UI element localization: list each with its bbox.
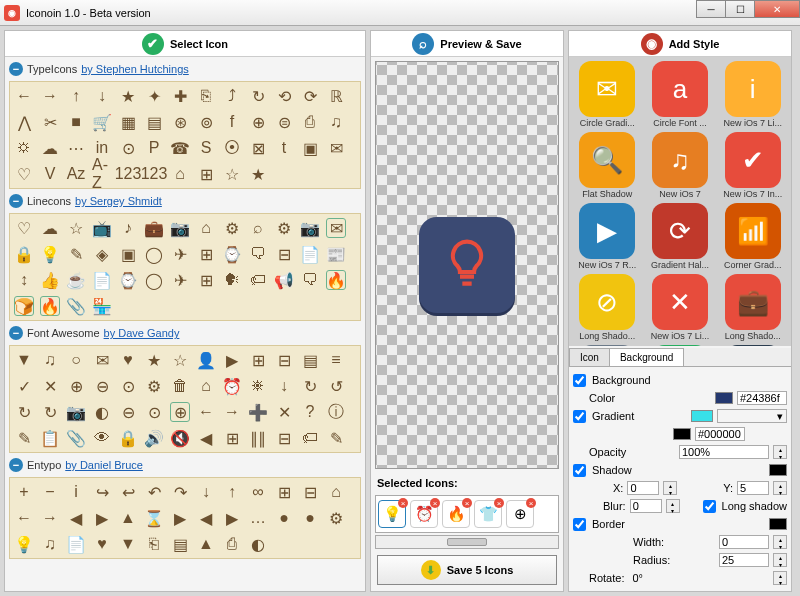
icon-glyph[interactable]: ↻ bbox=[248, 86, 268, 106]
icon-glyph[interactable]: ▶ bbox=[170, 508, 190, 528]
icon-glyph[interactable]: ♪ bbox=[118, 218, 138, 238]
selected-scrollbar[interactable] bbox=[375, 535, 559, 549]
icon-glyph[interactable]: ⚙ bbox=[222, 218, 242, 238]
icon-glyph[interactable]: ⊖ bbox=[118, 402, 138, 422]
icon-glyph[interactable]: ✓ bbox=[14, 376, 34, 396]
icon-glyph[interactable]: ☕ bbox=[66, 270, 86, 290]
icon-glyph[interactable]: ⊙ bbox=[144, 402, 164, 422]
style-preset[interactable]: ✉Circle Gradi... bbox=[573, 61, 642, 128]
icon-sets-scroll[interactable]: − TypeIcons by Stephen Hutchings ←→↑↓★✦✚… bbox=[5, 57, 365, 591]
remove-icon[interactable]: × bbox=[494, 498, 504, 508]
icon-glyph[interactable]: ■ bbox=[66, 112, 86, 132]
icon-glyph[interactable]: ↶ bbox=[144, 482, 164, 502]
icon-glyph[interactable]: ● bbox=[274, 508, 294, 528]
icon-glyph[interactable]: ◯ bbox=[144, 244, 164, 264]
icon-glyph[interactable]: ⛭ bbox=[14, 138, 34, 158]
icon-glyph[interactable]: ⊕ bbox=[66, 376, 86, 396]
icon-glyph[interactable]: 🗨 bbox=[248, 244, 268, 264]
shadow-checkbox[interactable] bbox=[573, 464, 586, 477]
collapse-button[interactable]: − bbox=[9, 194, 23, 208]
icon-glyph[interactable]: 📺 bbox=[92, 218, 112, 238]
icon-glyph[interactable]: ↪ bbox=[92, 482, 112, 502]
icon-glyph[interactable]: ☎ bbox=[170, 138, 190, 158]
icon-glyph[interactable]: ★ bbox=[118, 86, 138, 106]
icon-glyph[interactable]: ☁ bbox=[40, 138, 60, 158]
icon-glyph[interactable]: ⋯ bbox=[66, 138, 86, 158]
icon-glyph[interactable]: 🗣 bbox=[222, 270, 242, 290]
icon-glyph[interactable]: P bbox=[144, 138, 164, 158]
icon-glyph[interactable]: ✉ bbox=[326, 218, 346, 238]
icon-glyph[interactable]: ▣ bbox=[118, 244, 138, 264]
icon-glyph[interactable]: V bbox=[40, 164, 60, 184]
icon-glyph[interactable]: ⌚ bbox=[222, 244, 242, 264]
icon-glyph[interactable]: ♫ bbox=[40, 350, 60, 370]
icon-glyph[interactable]: ⟲ bbox=[274, 86, 294, 106]
icon-glyph[interactable]: ✉ bbox=[92, 350, 112, 370]
icon-glyph[interactable]: ∥∥ bbox=[248, 428, 268, 448]
icon-glyph[interactable]: ✕ bbox=[274, 402, 294, 422]
icon-glyph[interactable]: 🛒 bbox=[92, 112, 112, 132]
icon-glyph[interactable]: ⊞ bbox=[274, 482, 294, 502]
icon-glyph[interactable]: ℝ bbox=[326, 86, 346, 106]
icon-glyph[interactable]: − bbox=[40, 482, 60, 502]
icon-glyph[interactable]: ⎙ bbox=[222, 534, 242, 554]
maximize-button[interactable]: ☐ bbox=[725, 0, 755, 18]
icon-glyph[interactable]: 📰 bbox=[326, 244, 346, 264]
icon-glyph[interactable]: ✦ bbox=[144, 86, 164, 106]
icon-glyph[interactable]: 💡 bbox=[14, 534, 34, 554]
icon-glyph[interactable]: ◈ bbox=[92, 244, 112, 264]
selected-icon-fire[interactable]: 🔥× bbox=[442, 500, 470, 528]
icon-glyph[interactable]: ⊞ bbox=[196, 244, 216, 264]
style-preset[interactable]: 📶Corner Grad... bbox=[718, 203, 787, 270]
icon-glyph[interactable]: 123 bbox=[118, 164, 138, 184]
icon-glyph[interactable]: ★ bbox=[248, 164, 268, 184]
tab-icon[interactable]: Icon bbox=[569, 348, 610, 366]
icon-glyph[interactable]: ⊟ bbox=[300, 482, 320, 502]
radius-spinner[interactable]: ▴▾ bbox=[773, 553, 787, 567]
icon-glyph[interactable]: ◀ bbox=[66, 508, 86, 528]
icon-glyph[interactable]: 🗑 bbox=[170, 376, 190, 396]
icon-glyph[interactable]: ⊕ bbox=[248, 112, 268, 132]
icon-glyph[interactable]: ⊟ bbox=[274, 244, 294, 264]
icon-glyph[interactable]: ⌂ bbox=[196, 376, 216, 396]
gradient-color2-swatch[interactable] bbox=[673, 428, 691, 440]
icon-glyph[interactable]: ⤴ bbox=[222, 86, 242, 106]
icon-glyph[interactable]: 💼 bbox=[144, 218, 164, 238]
remove-icon[interactable]: × bbox=[462, 498, 472, 508]
icon-glyph[interactable]: ⎘ bbox=[196, 86, 216, 106]
icon-glyph[interactable]: ☁ bbox=[40, 218, 60, 238]
collapse-button[interactable]: − bbox=[9, 458, 23, 472]
icon-glyph[interactable]: ⏰ bbox=[222, 376, 242, 396]
style-preset[interactable]: ✉ bbox=[646, 345, 715, 346]
icon-glyph[interactable]: ◯ bbox=[144, 270, 164, 290]
icon-glyph[interactable]: ✎ bbox=[14, 428, 34, 448]
gradient-swatch[interactable] bbox=[691, 410, 713, 422]
icon-glyph[interactable]: 📢 bbox=[274, 270, 294, 290]
icon-glyph[interactable]: S bbox=[196, 138, 216, 158]
border-radius-input[interactable] bbox=[719, 553, 769, 567]
icon-glyph[interactable]: Az bbox=[66, 164, 86, 184]
icon-glyph[interactable]: ▶ bbox=[222, 350, 242, 370]
selected-icon-bulb[interactable]: 💡× bbox=[378, 500, 406, 528]
icon-glyph[interactable]: ↺ bbox=[326, 376, 346, 396]
icon-glyph[interactable]: ♥ bbox=[118, 350, 138, 370]
remove-icon[interactable]: × bbox=[398, 498, 408, 508]
icon-glyph[interactable]: ⎙ bbox=[300, 112, 320, 132]
border-checkbox[interactable] bbox=[573, 518, 586, 531]
border-color-swatch[interactable] bbox=[769, 518, 787, 530]
blur-input[interactable] bbox=[630, 499, 662, 513]
icon-glyph[interactable]: ♥ bbox=[92, 534, 112, 554]
icon-glyph[interactable]: ⊟ bbox=[274, 428, 294, 448]
icon-glyph[interactable]: 📋 bbox=[40, 428, 60, 448]
icon-glyph[interactable]: ← bbox=[14, 86, 34, 106]
icon-glyph[interactable]: ⚙ bbox=[144, 376, 164, 396]
icon-glyph[interactable]: ▦ bbox=[118, 112, 138, 132]
icon-glyph[interactable]: ✈ bbox=[170, 270, 190, 290]
style-preset[interactable]: 🔍Flat Shadow bbox=[573, 132, 642, 199]
color-swatch[interactable] bbox=[715, 392, 733, 404]
author-link[interactable]: by Sergey Shmidt bbox=[75, 195, 162, 207]
icon-glyph[interactable]: ← bbox=[196, 402, 216, 422]
icon-glyph[interactable]: ◐ bbox=[248, 534, 268, 554]
icon-glyph[interactable]: ♡ bbox=[14, 218, 34, 238]
icon-glyph[interactable]: 📷 bbox=[300, 218, 320, 238]
